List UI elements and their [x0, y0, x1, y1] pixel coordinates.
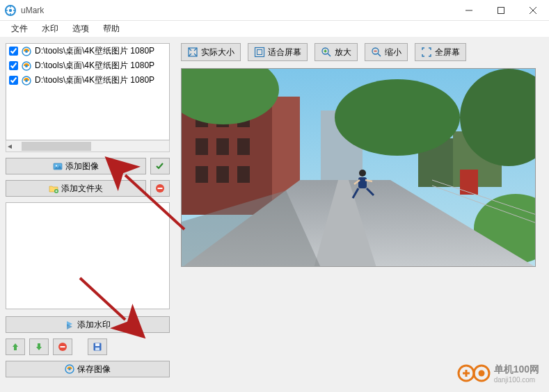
title-bar: uMark [0, 0, 549, 21]
watermark-list-panel [6, 202, 170, 309]
minimize-button[interactable] [453, 0, 485, 20]
image-file-icon [21, 60, 32, 72]
svg-rect-45 [196, 166, 208, 183]
arrow-down-icon [34, 342, 44, 352]
svg-rect-46 [216, 166, 229, 183]
app-logo-icon [4, 4, 17, 17]
save-image-button[interactable]: 保存图像 [6, 361, 170, 377]
menu-bar: 文件 水印 选项 帮助 [0, 21, 549, 38]
watermark-icon [65, 320, 74, 329]
zoom-in-button[interactable]: 放大 [315, 43, 358, 61]
svg-rect-26 [257, 50, 262, 55]
svg-rect-58 [358, 177, 367, 188]
svg-line-32 [378, 54, 381, 56]
remove-button[interactable] [150, 180, 170, 197]
preview-image [182, 69, 536, 267]
svg-rect-47 [237, 166, 250, 183]
add-watermark-label: 添加水印 [77, 319, 111, 331]
svg-point-9 [25, 65, 28, 67]
svg-rect-16 [158, 188, 163, 189]
zoom-out-label: 缩小 [385, 47, 401, 58]
fullscreen-icon [421, 47, 432, 58]
zoom-out-icon [371, 47, 382, 58]
svg-rect-20 [95, 343, 100, 346]
file-path: D:\tools\桌面\4K壁纸图片 1080P [35, 60, 154, 72]
list-item[interactable]: D:\tools\桌面\4K壁纸图片 1080P [6, 44, 169, 58]
zoom-in-label: 放大 [335, 47, 351, 58]
app-title: uMark [21, 6, 453, 15]
svg-point-50 [335, 79, 460, 156]
branding: 单机100网 danji100.com [456, 361, 539, 385]
fullscreen-label: 全屏幕 [435, 47, 460, 58]
svg-point-7 [25, 50, 28, 53]
zoom-in-icon [321, 47, 332, 58]
check-icon [155, 161, 165, 171]
floppy-icon [93, 342, 102, 352]
add-folder-label: 添加文件夹 [61, 183, 103, 195]
actual-size-button[interactable]: 实际大小 [181, 43, 241, 61]
actual-size-label: 实际大小 [201, 47, 234, 58]
svg-point-66 [478, 370, 484, 377]
sidebar: D:\tools\桌面\4K壁纸图片 1080P D:\tools\桌面\4K壁… [0, 38, 175, 392]
add-watermark-button[interactable]: 添加水印 [6, 316, 170, 333]
list-item[interactable]: D:\tools\桌面\4K壁纸图片 1080P [6, 58, 169, 73]
delete-button[interactable] [53, 338, 72, 355]
close-button[interactable] [517, 0, 549, 20]
move-up-button[interactable] [6, 338, 25, 355]
image-file-icon [21, 46, 32, 57]
file-checkbox[interactable] [9, 76, 18, 85]
move-down-button[interactable] [29, 338, 49, 355]
arrow-up-icon [10, 342, 20, 352]
menu-file[interactable]: 文件 [4, 21, 35, 37]
svg-point-23 [68, 368, 71, 370]
apply-button[interactable] [150, 158, 170, 174]
menu-watermark[interactable]: 水印 [35, 21, 65, 37]
add-image-label: 添加图像 [65, 161, 99, 172]
file-checkbox[interactable] [9, 47, 18, 56]
save-settings-button[interactable] [88, 338, 107, 355]
svg-rect-18 [61, 346, 65, 348]
preview-toolbar: 实际大小 适合屏幕 放大 缩小 全屏幕 [181, 43, 543, 61]
list-item[interactable]: D:\tools\桌面\4K壁纸图片 1080P [6, 73, 169, 88]
menu-options[interactable]: 选项 [65, 21, 96, 37]
svg-point-13 [56, 165, 57, 166]
svg-point-59 [359, 170, 366, 177]
add-image-icon [53, 161, 63, 171]
svg-point-11 [25, 79, 28, 82]
content: D:\tools\桌面\4K壁纸图片 1080P D:\tools\桌面\4K壁… [0, 38, 549, 392]
image-file-icon [21, 75, 32, 86]
svg-rect-43 [216, 138, 229, 155]
window-controls [453, 0, 549, 20]
svg-line-28 [328, 54, 331, 56]
svg-point-1 [9, 8, 12, 11]
svg-rect-3 [498, 7, 504, 13]
file-path: D:\tools\桌面\4K壁纸图片 1080P [35, 74, 154, 86]
actual-size-icon [187, 47, 198, 58]
maximize-button[interactable] [485, 0, 517, 20]
file-list[interactable]: D:\tools\桌面\4K壁纸图片 1080P D:\tools\桌面\4K壁… [6, 43, 170, 140]
fit-screen-icon [254, 47, 265, 58]
brand-name-cn: 单机100网 [494, 364, 539, 376]
file-checkbox[interactable] [9, 61, 18, 70]
image-preview [181, 68, 536, 267]
add-image-button[interactable]: 添加图像 [6, 158, 146, 174]
folder-add-icon [49, 183, 58, 193]
svg-rect-57 [460, 170, 478, 195]
add-folder-button[interactable]: 添加文件夹 [6, 180, 146, 197]
fullscreen-button[interactable]: 全屏幕 [415, 43, 466, 61]
svg-rect-44 [237, 138, 250, 155]
delete-icon [58, 342, 67, 352]
save-image-icon [65, 364, 74, 374]
zoom-out-button[interactable]: 缩小 [365, 43, 408, 61]
menu-help[interactable]: 帮助 [96, 21, 127, 37]
svg-rect-25 [255, 48, 264, 57]
brand-logo-icon [456, 361, 491, 385]
horizontal-scrollbar[interactable]: ◂ [6, 140, 170, 152]
fit-screen-label: 适合屏幕 [268, 47, 301, 58]
fit-screen-button[interactable]: 适合屏幕 [248, 43, 308, 61]
svg-rect-21 [95, 348, 100, 350]
scrollbar-thumb[interactable] [22, 142, 91, 151]
remove-icon [155, 183, 165, 193]
file-path: D:\tools\桌面\4K壁纸图片 1080P [35, 45, 154, 57]
save-image-label: 保存图像 [77, 364, 111, 375]
